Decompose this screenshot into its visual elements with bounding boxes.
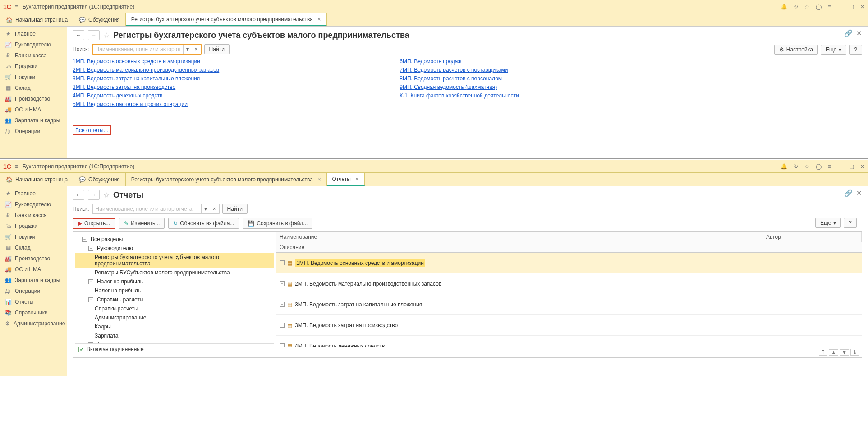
tab-registers[interactable]: Регистры бухгалтерского учета субъектов … bbox=[126, 173, 327, 186]
list-row[interactable]: + ▦ 2МП. Ведомость материально-производс… bbox=[276, 273, 862, 294]
search-input[interactable] bbox=[93, 45, 183, 54]
hamburger-icon[interactable]: ≡ bbox=[15, 163, 18, 170]
report-link[interactable]: 5МП. Ведомость расчетов и прочих операци… bbox=[73, 101, 219, 107]
include-sub-checkbox[interactable]: ✔ bbox=[78, 347, 84, 352]
tree-collapse-icon[interactable]: − bbox=[82, 237, 87, 242]
row-expand-icon[interactable]: + bbox=[280, 343, 285, 347]
scroll-bottom-icon[interactable]: ⤓ bbox=[850, 349, 859, 356]
help-button[interactable]: ? bbox=[844, 218, 857, 228]
favorite-icon[interactable]: ☆ bbox=[103, 191, 110, 199]
tab-close-icon[interactable]: × bbox=[317, 16, 321, 23]
forward-button[interactable]: → bbox=[88, 30, 100, 40]
page-close-icon[interactable]: ✕ bbox=[856, 189, 862, 197]
tree-collapse-icon[interactable]: − bbox=[88, 246, 93, 251]
help-button[interactable]: ? bbox=[849, 45, 862, 55]
minimize-icon[interactable]: — bbox=[837, 163, 843, 170]
search-clear-icon[interactable]: × bbox=[210, 204, 219, 213]
star-icon[interactable]: ☆ bbox=[804, 4, 809, 10]
open-button[interactable]: ▶Открыть... bbox=[73, 218, 115, 229]
close-icon[interactable]: ✕ bbox=[860, 163, 865, 170]
tree-collapse-icon[interactable]: − bbox=[88, 297, 93, 302]
search-clear-icon[interactable]: × bbox=[192, 45, 201, 54]
sidebar-item-bank[interactable]: ₽Банк и касса bbox=[0, 50, 67, 61]
sidebar-item-sales[interactable]: 🛍Продажи bbox=[0, 221, 67, 231]
circle-icon[interactable]: ◯ bbox=[816, 4, 822, 10]
col-name[interactable]: Наименование bbox=[276, 232, 762, 242]
sidebar-item-main[interactable]: ★Главное bbox=[0, 188, 67, 199]
lines-icon[interactable]: ≡ bbox=[828, 163, 831, 170]
tab-discussions[interactable]: 💬 Обсуждения bbox=[73, 173, 126, 186]
maximize-icon[interactable]: ▢ bbox=[849, 4, 854, 10]
sidebar-item-assets[interactable]: 🚚ОС и НМА bbox=[0, 264, 67, 275]
favorite-icon[interactable]: ☆ bbox=[103, 31, 110, 40]
search-dropdown-icon[interactable]: ▾ bbox=[183, 45, 192, 54]
tree-node-tax[interactable]: −Налог на прибыль bbox=[75, 277, 274, 286]
report-link[interactable]: 7МП. Ведомость расчетов с поставщиками bbox=[400, 67, 519, 73]
link-icon[interactable]: 🔗 bbox=[844, 29, 853, 37]
tree-node-admin2[interactable]: +Администрирование bbox=[75, 340, 274, 343]
forward-button[interactable]: → bbox=[88, 190, 100, 200]
tab-home[interactable]: 🏠 Начальная страница bbox=[0, 13, 73, 26]
report-link[interactable]: К-1. Книга фактов хозяйственной деятельн… bbox=[400, 92, 519, 99]
sidebar-item-sales[interactable]: 🛍Продажи bbox=[0, 61, 67, 72]
search-dropdown-icon[interactable]: ▾ bbox=[201, 204, 210, 213]
sidebar-item-ops[interactable]: ДтОперации bbox=[0, 286, 67, 296]
sidebar-item-main[interactable]: ★Главное bbox=[0, 28, 67, 39]
settings-button[interactable]: ⚙Настройка bbox=[774, 45, 818, 55]
minimize-icon[interactable]: — bbox=[837, 4, 843, 10]
more-button[interactable]: Еще ▾ bbox=[821, 45, 846, 55]
back-button[interactable]: ← bbox=[73, 30, 84, 40]
sidebar-item-stock[interactable]: ▦Склад bbox=[0, 242, 67, 253]
sidebar-item-ops[interactable]: ДтОперации bbox=[0, 126, 67, 137]
reload-button[interactable]: ↻Обновить из файла... bbox=[168, 218, 239, 229]
sidebar-item-purchases[interactable]: 🛒Покупки bbox=[0, 72, 67, 83]
sidebar-item-salary[interactable]: 👥Зарплата и кадры bbox=[0, 275, 67, 286]
col-desc[interactable]: Описание bbox=[276, 242, 862, 253]
row-expand-icon[interactable]: + bbox=[280, 281, 285, 286]
list-row[interactable]: + ▦ 4МП. Ведомость денежных средств bbox=[276, 336, 862, 347]
history-icon[interactable]: ↻ bbox=[794, 163, 798, 170]
sidebar-item-dicts[interactable]: 📚Справочники bbox=[0, 307, 67, 318]
history-icon[interactable]: ↻ bbox=[794, 4, 798, 10]
maximize-icon[interactable]: ▢ bbox=[849, 163, 854, 170]
tab-reports[interactable]: Отчеты × bbox=[327, 173, 365, 186]
report-link[interactable]: 3МП. Ведомость затрат на капитальные вло… bbox=[73, 75, 219, 82]
sidebar-item-salary[interactable]: 👥Зарплата и кадры bbox=[0, 115, 67, 126]
page-close-icon[interactable]: ✕ bbox=[856, 29, 862, 37]
row-expand-icon[interactable]: + bbox=[280, 260, 285, 265]
bell-icon[interactable]: 🔔 bbox=[781, 163, 787, 170]
more-button[interactable]: Еще ▾ bbox=[815, 218, 841, 228]
report-link[interactable]: 9МП. Сводная ведомость (шахматная) bbox=[400, 84, 519, 90]
sidebar-item-production[interactable]: 🏭Производство bbox=[0, 93, 67, 104]
sidebar-item-admin[interactable]: ⚙Администрирование bbox=[0, 318, 67, 329]
tree-node-tax2[interactable]: Налог на прибыль bbox=[75, 286, 274, 295]
tree-collapse-icon[interactable]: − bbox=[88, 279, 93, 284]
close-icon[interactable]: ✕ bbox=[860, 4, 865, 10]
scroll-up-icon[interactable]: ▲ bbox=[829, 349, 838, 356]
report-link[interactable]: 4МП. Ведомость денежных средств bbox=[73, 92, 219, 99]
report-link[interactable]: 2МП. Ведомость материально-производствен… bbox=[73, 67, 219, 73]
tree-node-hr[interactable]: Кадры bbox=[75, 322, 274, 331]
tab-home[interactable]: 🏠 Начальная страница bbox=[0, 173, 73, 186]
sidebar-item-bank[interactable]: ₽Банк и касса bbox=[0, 210, 67, 221]
lines-icon[interactable]: ≡ bbox=[828, 4, 831, 10]
sidebar-item-production[interactable]: 🏭Производство bbox=[0, 253, 67, 264]
star-icon[interactable]: ☆ bbox=[804, 163, 809, 170]
tree-node-pay[interactable]: Зарплата bbox=[75, 331, 274, 340]
tab-close-icon[interactable]: × bbox=[317, 176, 321, 183]
circle-icon[interactable]: ◯ bbox=[816, 163, 822, 170]
col-author[interactable]: Автор bbox=[762, 232, 862, 242]
scroll-down-icon[interactable]: ▼ bbox=[840, 349, 849, 356]
tree-node-admin1[interactable]: Администрирование bbox=[75, 313, 274, 322]
tree-node-registers2[interactable]: Регистры БУСубъектов малого предпринимат… bbox=[75, 268, 274, 277]
link-icon[interactable]: 🔗 bbox=[844, 189, 853, 197]
sidebar-item-reports[interactable]: 📊Отчеты bbox=[0, 296, 67, 307]
sidebar-item-manager[interactable]: 📈Руководителю bbox=[0, 199, 67, 210]
tree-root[interactable]: −Все разделы bbox=[75, 235, 274, 244]
tree-node-refs2[interactable]: Справки-расчеты bbox=[75, 304, 274, 313]
search-input[interactable] bbox=[93, 204, 201, 213]
all-reports-link[interactable]: Все отчеты... bbox=[73, 125, 111, 135]
list-row[interactable]: + ▦ 1МП. Ведомость основных средств и ам… bbox=[276, 253, 862, 273]
row-expand-icon[interactable]: + bbox=[280, 302, 285, 307]
tab-registers[interactable]: Регистры бухгалтерского учета субъектов … bbox=[126, 13, 327, 26]
